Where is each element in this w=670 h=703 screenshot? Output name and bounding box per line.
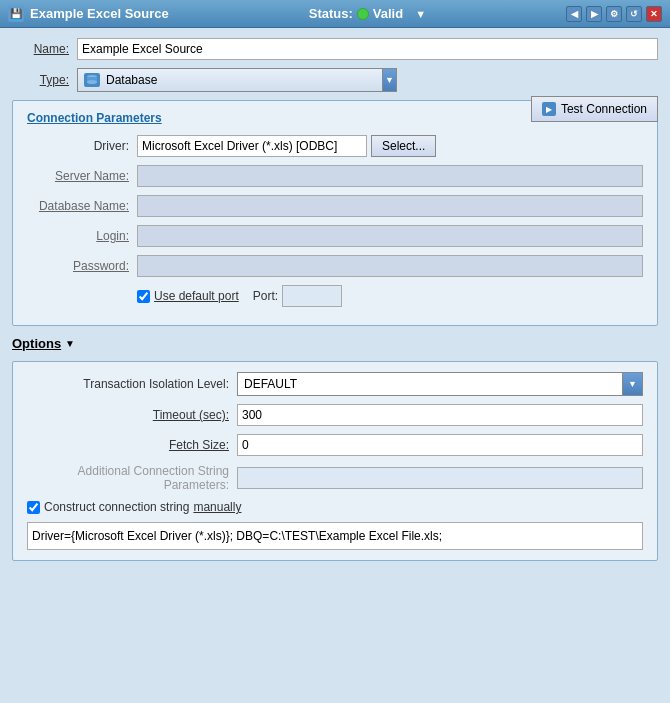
type-value: Database xyxy=(106,73,157,87)
nav-back-button[interactable]: ◀ xyxy=(566,6,582,22)
use-default-port-checkbox[interactable] xyxy=(137,290,150,303)
manual-checkbox-label[interactable]: Construct connection string manually xyxy=(27,500,241,514)
transaction-label: Transaction Isolation Level: xyxy=(27,377,237,391)
database-name-row: Database Name: xyxy=(27,195,643,217)
fetch-size-input[interactable] xyxy=(237,434,643,456)
manually-label: manually xyxy=(193,500,241,514)
type-label: Type: xyxy=(12,73,77,87)
database-name-label: Database Name: xyxy=(27,199,137,213)
app-icon: 💾 xyxy=(8,6,24,22)
title-bar-left: 💾 Example Excel Source xyxy=(8,6,169,22)
test-icon: ▶ xyxy=(542,102,556,116)
options-title: Options xyxy=(12,336,61,351)
construct-label-prefix: Construct connection string xyxy=(44,500,189,514)
driver-row: Driver: Select... xyxy=(27,135,643,157)
name-input[interactable] xyxy=(77,38,658,60)
test-connection-label: Test Connection xyxy=(561,102,647,116)
type-dropdown[interactable]: Database ▼ xyxy=(77,68,397,92)
status-indicator xyxy=(357,8,369,20)
manual-checkbox[interactable] xyxy=(27,501,40,514)
options-toggle-icon[interactable]: ▼ xyxy=(65,338,75,349)
additional-params-label: Additional Connection String Parameters: xyxy=(27,464,237,492)
database-name-input xyxy=(137,195,643,217)
connection-string-row xyxy=(27,522,643,550)
default-port-row: Use default port Port: xyxy=(27,285,643,307)
type-row: Type: Database ▼ xyxy=(12,68,658,92)
transaction-dropdown[interactable]: DEFAULT ▼ xyxy=(237,372,643,396)
use-default-port-label[interactable]: Use default port xyxy=(137,289,239,303)
dropdown-arrow-status[interactable]: ▼ xyxy=(415,8,426,20)
options-header[interactable]: Options ▼ xyxy=(12,336,658,351)
password-label: Password: xyxy=(27,259,137,273)
manual-row: Construct connection string manually xyxy=(27,500,643,514)
server-name-row: Server Name: xyxy=(27,165,643,187)
test-connection-button[interactable]: ▶ Test Connection xyxy=(531,96,658,122)
port-label: Port: xyxy=(253,289,278,303)
type-dropdown-arrow[interactable]: ▼ xyxy=(382,69,396,91)
window-title: Example Excel Source xyxy=(30,6,169,21)
password-row: Password: xyxy=(27,255,643,277)
close-button[interactable]: ✕ xyxy=(646,6,662,22)
login-row: Login: xyxy=(27,225,643,247)
timeout-input[interactable] xyxy=(237,404,643,426)
transaction-row: Transaction Isolation Level: DEFAULT ▼ xyxy=(27,372,643,396)
server-name-label: Server Name: xyxy=(27,169,137,183)
fetch-size-label: Fetch Size: xyxy=(27,438,237,452)
status-area: Status: Valid ▼ xyxy=(309,6,426,21)
name-label: Name: xyxy=(12,42,77,56)
window-controls: ◀ ▶ ⚙ ↺ ✕ xyxy=(566,6,662,22)
use-default-port-text: Use default port xyxy=(154,289,239,303)
connection-string-input[interactable] xyxy=(27,522,643,550)
options-section: Transaction Isolation Level: DEFAULT ▼ T… xyxy=(12,361,658,561)
main-content: Name: Type: Database ▼ ▶ Test Connection… xyxy=(0,28,670,571)
title-bar: 💾 Example Excel Source Status: Valid ▼ ◀… xyxy=(0,0,670,28)
database-icon xyxy=(84,73,100,87)
status-label: Status: xyxy=(309,6,353,21)
fetch-size-row: Fetch Size: xyxy=(27,434,643,456)
server-name-input xyxy=(137,165,643,187)
port-input xyxy=(282,285,342,307)
timeout-row: Timeout (sec): xyxy=(27,404,643,426)
driver-label: Driver: xyxy=(27,139,137,153)
additional-params-input xyxy=(237,467,643,489)
transaction-dropdown-arrow[interactable]: ▼ xyxy=(622,373,642,395)
driver-input[interactable] xyxy=(137,135,367,157)
transaction-value: DEFAULT xyxy=(244,377,297,391)
settings-button[interactable]: ⚙ xyxy=(606,6,622,22)
status-text: Valid xyxy=(373,6,403,21)
login-label: Login: xyxy=(27,229,137,243)
connection-parameters-section: ▶ Test Connection Connection Parameters … xyxy=(12,100,658,326)
name-row: Name: xyxy=(12,38,658,60)
password-input xyxy=(137,255,643,277)
nav-forward-button[interactable]: ▶ xyxy=(586,6,602,22)
additional-params-row: Additional Connection String Parameters: xyxy=(27,464,643,492)
select-button[interactable]: Select... xyxy=(371,135,436,157)
timeout-label: Timeout (sec): xyxy=(27,408,237,422)
connection-panel: Connection Parameters Driver: Select... … xyxy=(12,100,658,326)
svg-point-2 xyxy=(87,80,97,84)
refresh-button[interactable]: ↺ xyxy=(626,6,642,22)
login-input xyxy=(137,225,643,247)
